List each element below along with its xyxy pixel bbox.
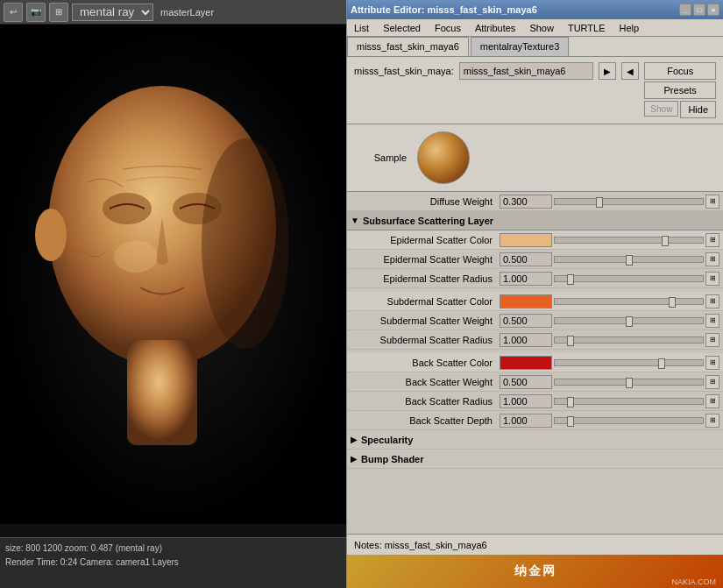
subdermal-weight-input[interactable] xyxy=(500,314,552,328)
menu-show[interactable]: Show xyxy=(526,23,557,33)
subdermal-color-swatch[interactable] xyxy=(500,294,552,308)
toolbar-btn-2[interactable]: 📷 xyxy=(26,3,46,22)
layer-label: masterLayer xyxy=(157,7,217,18)
watermark-url: NAKIA.COM xyxy=(671,577,716,586)
back-scatter-depth-value: ⊞ xyxy=(500,414,719,428)
menu-turtle[interactable]: TURTLE xyxy=(564,23,609,33)
node-name-label: misss_fast_skin_maya: xyxy=(354,66,454,76)
epidermal-radius-input[interactable] xyxy=(500,272,552,286)
maximize-btn[interactable]: □ xyxy=(693,4,705,16)
title-controls: _ □ × xyxy=(679,4,719,16)
back-scatter-color-link[interactable]: ⊞ xyxy=(705,356,719,370)
back-scatter-weight-slider[interactable] xyxy=(554,379,704,386)
presets-button[interactable]: Presets xyxy=(644,81,716,99)
back-scatter-radius-slider[interactable] xyxy=(554,398,704,405)
back-scatter-depth-link[interactable]: ⊞ xyxy=(705,414,719,428)
epidermal-radius-label: Epidermal Scatter Radius xyxy=(351,273,500,284)
notes-bar: Notes: misss_fast_skin_maya6 xyxy=(347,534,723,555)
sample-label: Sample xyxy=(354,152,407,163)
epidermal-weight-input[interactable] xyxy=(500,252,552,266)
specularity-arrow: ▶ xyxy=(351,435,358,444)
attr-title: Attribute Editor: misss_fast_skin_maya6 xyxy=(351,4,537,15)
back-scatter-weight-input[interactable] xyxy=(500,375,552,389)
subsurface-section-header[interactable]: ▼ Subsurface Scattering Layer xyxy=(347,211,723,230)
diffuse-weight-input[interactable] xyxy=(500,195,552,209)
back-scatter-radius-input[interactable] xyxy=(500,394,552,408)
epidermal-color-link[interactable]: ⊞ xyxy=(705,233,719,247)
tab-mentalray[interactable]: mentalrayTexture3 xyxy=(471,37,570,56)
node-name-input[interactable] xyxy=(459,62,594,80)
subsurface-arrow: ▼ xyxy=(351,216,359,225)
focus-button[interactable]: Focus xyxy=(644,62,716,80)
svg-point-7 xyxy=(114,241,158,273)
svg-rect-2 xyxy=(127,340,197,445)
bump-title: Bump Shader xyxy=(361,454,424,464)
back-scatter-depth-slider[interactable] xyxy=(554,417,704,424)
menu-focus[interactable]: Focus xyxy=(431,23,464,33)
show-button[interactable]: Show xyxy=(644,101,678,117)
notes-text: Notes: misss_fast_skin_maya6 xyxy=(354,540,487,550)
back-scatter-weight-link[interactable]: ⊞ xyxy=(705,375,719,389)
diffuse-weight-value: ⊞ xyxy=(500,195,719,209)
close-btn[interactable]: × xyxy=(707,4,719,16)
hide-button[interactable]: Hide xyxy=(680,101,716,118)
back-scatter-color-swatch[interactable] xyxy=(500,356,552,370)
back-scatter-radius-link[interactable]: ⊞ xyxy=(705,394,719,408)
menu-list[interactable]: List xyxy=(351,23,372,33)
status-line1: size: 800 1200 zoom: 0.487 (mental ray) xyxy=(5,542,341,556)
attr-tabs: misss_fast_skin_maya6 mentalrayTexture3 xyxy=(347,37,723,57)
subdermal-radius-input[interactable] xyxy=(500,333,552,347)
subdermal-radius-link[interactable]: ⊞ xyxy=(705,333,719,347)
back-scatter-weight-row: Back Scatter Weight ⊞ xyxy=(347,372,723,392)
specularity-title: Specularity xyxy=(361,435,413,445)
bump-shader-section[interactable]: ▶ Bump Shader xyxy=(347,450,723,469)
node-expand-btn[interactable]: ◀ xyxy=(621,62,639,80)
attr-menubar: List Selected Focus Attributes Show TURT… xyxy=(347,19,723,37)
subdermal-weight-value: ⊞ xyxy=(500,314,719,328)
epidermal-radius-link[interactable]: ⊞ xyxy=(705,272,719,286)
subdermal-color-row: Subdermal Scatter Color ⊞ xyxy=(347,292,723,311)
back-scatter-depth-input[interactable] xyxy=(500,414,552,428)
diffuse-weight-link[interactable]: ⊞ xyxy=(705,195,719,209)
watermark-bar: 纳金网 NAKIA.COM xyxy=(347,555,723,588)
watermark-text: 纳金网 xyxy=(514,563,556,579)
subdermal-radius-slider[interactable] xyxy=(554,337,704,344)
diffuse-weight-slider[interactable] xyxy=(554,198,704,205)
sample-area: Sample xyxy=(347,124,723,192)
subdermal-color-slider[interactable] xyxy=(554,298,704,305)
viewport-panel: ↩ 📷 ⊞ mental ray masterLayer xyxy=(0,0,346,588)
toolbar-btn-1[interactable]: ↩ xyxy=(4,3,23,22)
viewport-toolbar: ↩ 📷 ⊞ mental ray masterLayer xyxy=(0,0,346,25)
back-scatter-depth-label: Back Scatter Depth xyxy=(351,415,500,426)
subdermal-weight-label: Subdermal Scatter Weight xyxy=(351,315,500,326)
epidermal-color-swatch[interactable] xyxy=(500,233,552,247)
epidermal-weight-label: Epidermal Scatter Weight xyxy=(351,254,500,265)
subdermal-weight-link[interactable]: ⊞ xyxy=(705,314,719,328)
subdermal-color-link[interactable]: ⊞ xyxy=(705,294,719,308)
epidermal-radius-slider[interactable] xyxy=(554,275,704,282)
toolbar-btn-3[interactable]: ⊞ xyxy=(49,3,68,22)
specularity-section[interactable]: ▶ Specularity xyxy=(347,430,723,450)
subdermal-weight-slider[interactable] xyxy=(554,317,704,324)
back-scatter-color-label: Back Scatter Color xyxy=(351,358,500,368)
menu-attributes[interactable]: Attributes xyxy=(471,23,519,33)
renderer-dropdown[interactable]: mental ray xyxy=(72,4,153,21)
subdermal-color-value: ⊞ xyxy=(500,294,719,308)
minimize-btn[interactable]: _ xyxy=(679,4,691,16)
epidermal-weight-link[interactable]: ⊞ xyxy=(705,252,719,266)
epidermal-color-slider[interactable] xyxy=(554,237,704,244)
epidermal-weight-row: Epidermal Scatter Weight ⊞ xyxy=(347,250,723,269)
tab-misss[interactable]: misss_fast_skin_maya6 xyxy=(347,37,469,56)
subdermal-weight-row: Subdermal Scatter Weight ⊞ xyxy=(347,311,723,330)
epidermal-color-row: Epidermal Scatter Color ⊞ xyxy=(347,230,723,250)
node-arrow-btn[interactable]: ▶ xyxy=(599,62,616,80)
back-scatter-radius-row: Back Scatter Radius ⊞ xyxy=(347,392,723,411)
back-scatter-weight-value: ⊞ xyxy=(500,375,719,389)
menu-help[interactable]: Help xyxy=(616,23,643,33)
epidermal-radius-row: Epidermal Scatter Radius ⊞ xyxy=(347,269,723,288)
svg-point-5 xyxy=(35,209,67,261)
epidermal-weight-slider[interactable] xyxy=(554,256,704,263)
back-scatter-color-slider[interactable] xyxy=(554,359,704,366)
attributes-scroll[interactable]: Diffuse Weight ⊞ ▼ Subsurface Scattering… xyxy=(347,192,723,534)
menu-selected[interactable]: Selected xyxy=(379,23,424,33)
